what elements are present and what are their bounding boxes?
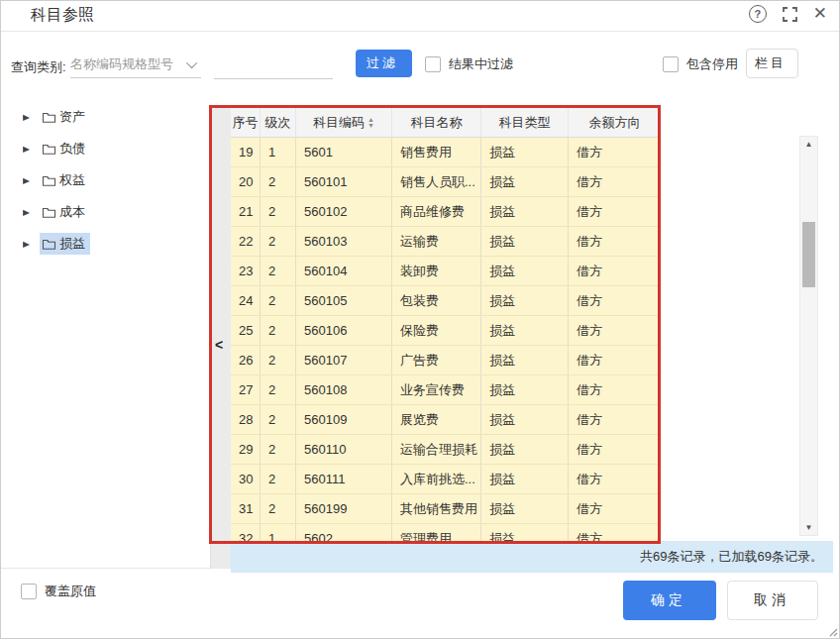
sort-icon[interactable]: ▲▼	[368, 117, 374, 129]
table-body: 1915601销售费用损益借方202560101销售人员职...损益借方2125…	[231, 138, 661, 541]
query-type-dropdown[interactable]: 名称编码规格型号	[70, 52, 201, 78]
scroll-up-icon[interactable]: ▲	[800, 140, 817, 149]
header-cell-0[interactable]: 序号	[231, 108, 261, 137]
toolbar: 查询类别: 名称编码规格型号 过滤 结果中过滤 包含停用 栏目	[1, 46, 840, 85]
table-row[interactable]: 262560107广告费损益借方	[231, 346, 661, 375]
table-cell: 19	[231, 138, 261, 166]
query-input[interactable]	[214, 52, 333, 79]
table-cell: 560105	[296, 286, 392, 315]
chevron-right-icon[interactable]: ▶	[23, 240, 30, 249]
tree-item-label: 成本	[59, 203, 85, 221]
table-row[interactable]: 312560199其他销售费用损益借方	[231, 494, 661, 524]
table-cell: 560103	[296, 227, 392, 256]
table-cell: 装卸费	[392, 257, 481, 285]
tree-item-3[interactable]: ▶成本	[1, 196, 210, 228]
chevron-right-icon[interactable]: ▶	[23, 113, 30, 122]
table-cell: 运输费	[392, 227, 481, 256]
table-cell: 入库前挑选...	[392, 465, 481, 493]
table-row[interactable]: 272560108业务宣传费损益借方	[231, 375, 661, 405]
cancel-button[interactable]: 取消	[727, 581, 818, 620]
folder-icon	[42, 143, 56, 156]
table-cell: 其他销售费用	[392, 494, 481, 523]
scrollbar-thumb[interactable]	[802, 222, 815, 287]
chevron-right-icon[interactable]: ▶	[23, 176, 30, 185]
table-cell: 32	[231, 524, 261, 541]
table-cell: 损益	[481, 405, 569, 434]
table-row[interactable]: 1915601销售费用损益借方	[231, 138, 661, 167]
overwrite-original-checkbox[interactable]	[21, 584, 37, 599]
chevron-right-icon[interactable]: ▶	[23, 145, 30, 154]
include-disabled-checkbox[interactable]	[663, 56, 679, 72]
table-cell: 损益	[481, 524, 569, 541]
table-cell: 20	[231, 167, 261, 196]
table-cell: 保险费	[392, 316, 481, 345]
tree-item-2[interactable]: ▶权益	[1, 164, 210, 196]
tree-item-1[interactable]: ▶负债	[1, 133, 210, 164]
header-cell-4[interactable]: 科目类型	[481, 108, 569, 137]
table-cell: 包装费	[392, 286, 481, 315]
header-cell-label: 余额方向	[589, 114, 641, 132]
table-cell: 销售人员职...	[392, 167, 481, 196]
table-cell: 借方	[569, 494, 661, 523]
table-cell: 广告费	[392, 346, 481, 374]
folder-icon	[42, 111, 56, 124]
table-cell: 26	[231, 346, 261, 374]
table-row[interactable]: 252560106保险费损益借方	[231, 316, 661, 346]
chevron-right-icon[interactable]: ▶	[23, 208, 30, 217]
fullscreen-icon[interactable]	[783, 7, 797, 22]
table-row[interactable]: 212560102商品维修费损益借方	[231, 197, 661, 227]
table-cell: 借方	[569, 405, 661, 434]
table-cell: 损益	[481, 346, 569, 374]
folder-icon	[42, 206, 56, 219]
table-cell: 损益	[481, 197, 569, 226]
table-cell: 22	[231, 227, 261, 256]
tree-item-label: 负债	[59, 140, 85, 158]
table-cell: 5601	[296, 138, 392, 166]
ok-button[interactable]: 确定	[623, 581, 716, 620]
header-cell-label: 级次	[265, 114, 291, 132]
table-cell: 商品维修费	[392, 197, 481, 226]
tree-item-4[interactable]: ▶损益	[1, 228, 210, 260]
table-cell: 损益	[481, 465, 569, 493]
table-cell: 560199	[296, 494, 392, 523]
collapse-panel-icon[interactable]: <	[215, 337, 223, 353]
folder-icon	[42, 174, 56, 187]
header-cell-3[interactable]: 科目名称	[392, 108, 481, 137]
scroll-down-icon[interactable]: ▼	[800, 523, 817, 532]
panel-splitter[interactable]: <	[210, 105, 231, 569]
table-cell: 2	[261, 257, 296, 285]
table-cell: 560110	[296, 435, 392, 464]
close-icon[interactable]: ✕	[813, 6, 827, 22]
table-row[interactable]: 222560103运输费损益借方	[231, 227, 661, 257]
help-icon[interactable]: ?	[749, 5, 767, 23]
table-cell: 损益	[481, 286, 569, 315]
header-cell-5[interactable]: 余额方向	[569, 108, 661, 137]
vertical-scrollbar[interactable]: ▲ ▼	[799, 136, 818, 536]
table-cell: 借方	[569, 286, 661, 315]
table-cell: 25	[231, 316, 261, 345]
table-cell: 23	[231, 257, 261, 285]
filter-in-results-checkbox[interactable]	[425, 56, 441, 72]
table-row[interactable]: 3215602管理费用损益借方	[231, 524, 661, 541]
filter-in-results-label: 结果中过滤	[449, 55, 513, 73]
header-cell-1[interactable]: 级次	[261, 108, 296, 137]
table-row[interactable]: 242560105包装费损益借方	[231, 286, 661, 316]
table-row[interactable]: 282560109展览费损益借方	[231, 405, 661, 435]
include-disabled-label: 包含停用	[686, 55, 738, 73]
table-cell: 2	[261, 346, 296, 374]
tree-item-0[interactable]: ▶资产	[1, 101, 210, 133]
table-row[interactable]: 292560110运输合理损耗损益借方	[231, 435, 661, 465]
table-row[interactable]: 302560111入库前挑选...损益借方	[231, 465, 661, 494]
category-tree: ▶资产▶负债▶权益▶成本▶损益	[1, 95, 210, 569]
columns-button[interactable]: 栏目	[746, 49, 798, 78]
table-cell: 损益	[481, 167, 569, 196]
table-cell: 560104	[296, 257, 392, 285]
query-type-value: 名称编码规格型号	[70, 55, 173, 73]
header-cell-2[interactable]: 科目编码▲▼	[296, 108, 392, 137]
table-row[interactable]: 232560104装卸费损益借方	[231, 257, 661, 286]
filter-button[interactable]: 过滤	[356, 50, 412, 77]
table-cell: 2	[261, 167, 296, 196]
resize-grip-icon[interactable]	[828, 627, 838, 637]
table-header-row: 序号级次科目编码▲▼科目名称科目类型余额方向	[231, 108, 661, 138]
table-row[interactable]: 202560101销售人员职...损益借方	[231, 167, 661, 197]
